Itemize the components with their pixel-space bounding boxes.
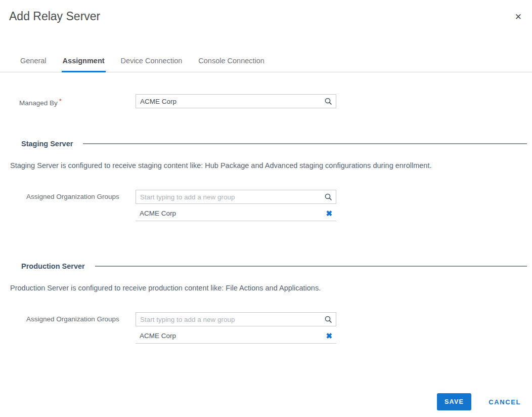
section-divider xyxy=(95,266,527,267)
search-icon[interactable] xyxy=(325,193,336,200)
staging-groups-stack: ACME Corp ✖ xyxy=(136,190,336,221)
production-server-section: Production Server Production Server is c… xyxy=(10,262,527,344)
staging-section-header: Staging Server xyxy=(10,140,527,148)
managed-by-input[interactable] xyxy=(136,98,325,105)
staging-server-section: Staging Server Staging Server is configu… xyxy=(10,140,527,221)
page-title: Add Relay Server xyxy=(9,9,522,23)
production-assigned-groups-row: Assigned Organization Groups ACME Corp xyxy=(10,312,527,344)
remove-group-icon[interactable]: ✖ xyxy=(325,332,333,340)
production-section-title: Production Server xyxy=(21,262,85,270)
managed-by-row: Managed By* xyxy=(10,94,527,110)
tab-general[interactable]: General xyxy=(19,57,48,72)
tab-assignment[interactable]: Assignment xyxy=(62,57,106,72)
staging-section-description: Staging Server is configured to receive … xyxy=(10,161,527,170)
tab-device-connection[interactable]: Device Connection xyxy=(120,57,184,72)
production-groups-stack: ACME Corp ✖ xyxy=(136,312,336,344)
search-icon[interactable] xyxy=(325,98,336,105)
section-divider xyxy=(83,143,527,144)
production-group-name: ACME Corp xyxy=(140,332,176,340)
production-assigned-groups-label: Assigned Organization Groups xyxy=(10,312,136,326)
staging-assigned-groups-label: Assigned Organization Groups xyxy=(10,190,136,204)
staging-section-title: Staging Server xyxy=(21,140,73,148)
dialog-footer: SAVE CANCEL xyxy=(437,393,521,410)
managed-by-search-box xyxy=(136,94,336,108)
staging-group-item: ACME Corp ✖ xyxy=(136,207,336,221)
staging-groups-input[interactable] xyxy=(136,193,325,201)
dialog-header: Add Relay Server ✕ xyxy=(0,0,532,23)
save-button[interactable]: SAVE xyxy=(437,393,471,410)
add-relay-server-dialog: Add Relay Server ✕ General Assignment De… xyxy=(0,0,532,417)
remove-group-icon[interactable]: ✖ xyxy=(325,210,333,217)
production-section-description: Production Server is configured to recei… xyxy=(10,283,527,293)
production-groups-search-box xyxy=(136,312,336,326)
staging-assigned-groups-row: Assigned Organization Groups ACME Corp xyxy=(10,190,527,221)
managed-by-label-text: Managed By xyxy=(19,99,58,107)
required-asterisk: * xyxy=(59,97,62,105)
staging-groups-search-box xyxy=(136,190,336,204)
managed-by-label: Managed By* xyxy=(10,94,136,110)
production-groups-input[interactable] xyxy=(136,316,325,323)
form-content: Managed By* Staging Server Staging Serve… xyxy=(0,94,532,344)
tab-console-connection[interactable]: Console Connection xyxy=(197,57,265,72)
close-icon[interactable]: ✕ xyxy=(514,11,523,23)
search-icon[interactable] xyxy=(325,316,336,323)
tab-bar: General Assignment Device Connection Con… xyxy=(0,57,532,72)
production-section-header: Production Server xyxy=(10,262,527,270)
cancel-button[interactable]: CANCEL xyxy=(489,396,521,408)
production-group-item: ACME Corp ✖ xyxy=(136,330,336,344)
staging-group-name: ACME Corp xyxy=(140,210,176,217)
